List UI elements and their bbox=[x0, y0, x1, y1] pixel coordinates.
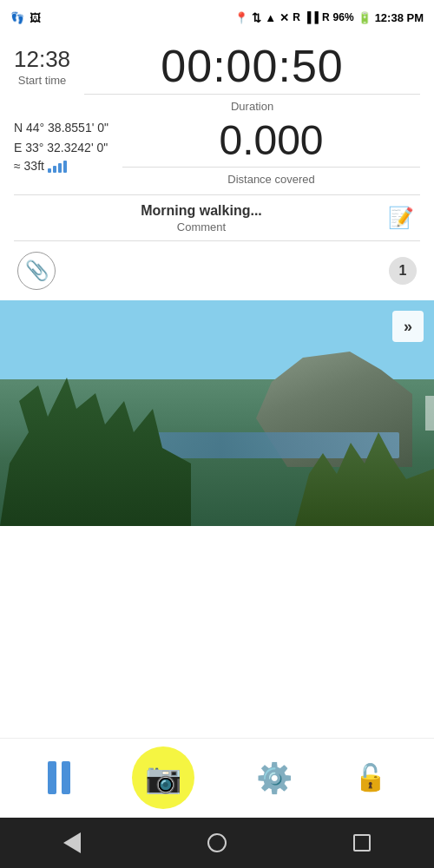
top-row: 12:38 Start time 00:00:50 Duration bbox=[14, 43, 420, 113]
photo-area: » bbox=[0, 300, 434, 526]
wifi-icon: ▲ bbox=[265, 11, 276, 24]
status-bar: 👣 🖼 📍 ⇅ ▲ ✕ R ▐▐ R 96% 🔋 12:38 PM bbox=[0, 0, 434, 35]
camera-button[interactable]: 📷 bbox=[132, 746, 194, 809]
comment-section: Morning walking... Comment 📝 bbox=[14, 194, 420, 241]
start-time-block: 12:38 Start time bbox=[14, 43, 70, 87]
nav-recents-button[interactable] bbox=[343, 824, 381, 862]
comment-label: Comment bbox=[17, 220, 385, 233]
battery-label: 96% bbox=[333, 11, 354, 23]
duration-divider bbox=[84, 94, 420, 95]
home-icon bbox=[207, 833, 227, 852]
pause-bar-right bbox=[62, 761, 70, 794]
pause-bar-left bbox=[48, 761, 56, 794]
bar3 bbox=[58, 163, 62, 173]
clock-label: 12:38 PM bbox=[375, 11, 424, 24]
notepad-icon[interactable]: 📝 bbox=[385, 202, 417, 233]
photo-count-badge: 1 bbox=[389, 257, 417, 285]
distance-value: 0.000 bbox=[122, 120, 420, 161]
nav-home-button[interactable] bbox=[198, 824, 236, 862]
recents-icon bbox=[353, 834, 371, 852]
distance-block: 0.000 Distance covered bbox=[122, 120, 420, 186]
nav-bar bbox=[0, 818, 434, 868]
comment-value: Morning walking... bbox=[17, 203, 385, 219]
camera-icon: 📷 bbox=[145, 760, 181, 795]
action-row: 📎 1 bbox=[14, 245, 420, 297]
settings-gear-icon: ⚙️ bbox=[256, 761, 293, 794]
toolbar: 📷 ⚙️ 🔓 bbox=[0, 738, 434, 816]
duration-block: 00:00:50 Duration bbox=[84, 43, 420, 113]
signal-r-label: R bbox=[293, 11, 300, 23]
bar1 bbox=[48, 168, 51, 173]
battery-icon: 🔋 bbox=[358, 11, 372, 24]
gps-block: N 44° 38.8551' 0" E 33° 32.3242' 0" ≈ 33… bbox=[14, 120, 108, 173]
image-icon: 🖼 bbox=[30, 11, 41, 24]
bar4 bbox=[63, 161, 67, 173]
duration-value: 00:00:50 bbox=[84, 43, 420, 89]
gps-accuracy-text: ≈ 33ft bbox=[14, 159, 44, 173]
right-edge-tab bbox=[425, 396, 434, 431]
foot-icon: 👣 bbox=[10, 11, 24, 24]
duration-label: Duration bbox=[84, 100, 420, 113]
next-photo-button[interactable]: » bbox=[392, 311, 424, 342]
gps-east: E 33° 32.3242' 0" bbox=[14, 140, 108, 157]
signal-r2-label: R bbox=[322, 11, 330, 23]
bar2 bbox=[53, 166, 56, 173]
start-time-value: 12:38 bbox=[14, 47, 70, 72]
start-time-label: Start time bbox=[14, 74, 70, 87]
gps-north: N 44° 38.8551' 0" bbox=[14, 120, 108, 137]
status-right-icons: 📍 ⇅ ▲ ✕ R ▐▐ R 96% 🔋 12:38 PM bbox=[234, 11, 424, 24]
distance-divider bbox=[122, 167, 420, 168]
signal-bars bbox=[48, 159, 67, 173]
gps-distance-row: N 44° 38.8551' 0" E 33° 32.3242' 0" ≈ 33… bbox=[14, 120, 420, 186]
trees-left-shape bbox=[0, 370, 191, 526]
sim1-icon: ✕ bbox=[279, 11, 289, 24]
settings-button[interactable]: ⚙️ bbox=[256, 760, 293, 795]
comment-text-block: Morning walking... Comment bbox=[17, 203, 385, 233]
back-icon bbox=[63, 832, 81, 853]
pause-button[interactable] bbox=[48, 761, 70, 794]
status-left-icons: 👣 🖼 bbox=[10, 11, 41, 24]
photo-background bbox=[0, 300, 434, 526]
data-icon: ⇅ bbox=[252, 11, 261, 24]
main-content: 12:38 Start time 00:00:50 Duration N 44°… bbox=[0, 35, 434, 297]
distance-label: Distance covered bbox=[122, 173, 420, 186]
lock-button[interactable]: 🔓 bbox=[354, 762, 386, 792]
lock-icon: 🔓 bbox=[354, 763, 386, 792]
nav-back-button[interactable] bbox=[53, 824, 91, 862]
attach-button[interactable]: 📎 bbox=[17, 252, 56, 290]
location-icon: 📍 bbox=[234, 11, 248, 24]
gps-accuracy: ≈ 33ft bbox=[14, 159, 108, 173]
signal-bars-icon: ▐▐ bbox=[304, 11, 319, 23]
